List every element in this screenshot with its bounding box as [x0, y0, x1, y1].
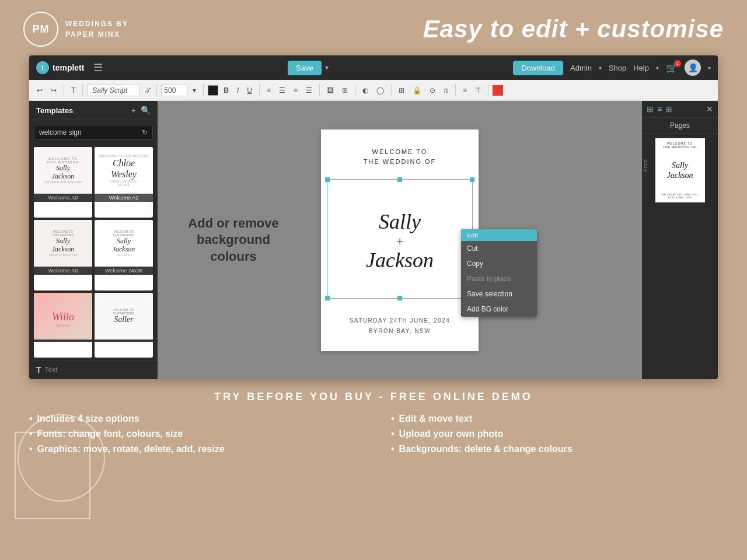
- refresh-icon[interactable]: ↻: [142, 128, 148, 136]
- italic-button[interactable]: I: [234, 85, 242, 96]
- bullet-1: •: [29, 414, 33, 424]
- stroke-button[interactable]: ◯: [374, 85, 387, 96]
- sep5: [259, 85, 260, 96]
- headline: Easy to edit + customise: [423, 15, 724, 43]
- underline-button[interactable]: U: [244, 85, 255, 96]
- handle-bm[interactable]: [397, 296, 402, 300]
- align-center-button[interactable]: ☰: [276, 85, 288, 96]
- handle-tr[interactable]: [470, 177, 474, 182]
- context-save-selection[interactable]: Save selection: [461, 286, 537, 302]
- red-swatch[interactable]: [493, 85, 503, 96]
- handle-tm[interactable]: [397, 177, 402, 182]
- font-name-input[interactable]: [87, 85, 139, 96]
- text-icon: T: [36, 365, 41, 374]
- list-item[interactable]: WELCOME TO OUR WEDDING ChloeWesley 594.0…: [95, 147, 153, 218]
- list-button[interactable]: ≡: [460, 85, 470, 96]
- color-swatch[interactable]: [208, 85, 218, 96]
- sep3: [156, 85, 157, 96]
- sidebar-header: Templates + 🔍: [29, 101, 158, 120]
- redo-button[interactable]: ↪: [48, 85, 60, 96]
- page-thumb-container: Front WELCOME TOTHE WEDDING OF SallyJack…: [642, 134, 718, 207]
- sep9: [455, 85, 456, 96]
- template-label-4: Welcome 24x36: [95, 267, 153, 275]
- user-avatar[interactable]: 👤: [685, 60, 701, 76]
- undo-button[interactable]: ↩: [34, 85, 46, 96]
- target-button[interactable]: ⊙: [427, 85, 438, 96]
- align-left-button[interactable]: ≡: [264, 85, 274, 96]
- context-cut[interactable]: Cut: [461, 241, 537, 256]
- handle-bl[interactable]: [325, 296, 330, 300]
- shape-button[interactable]: ◐: [359, 85, 371, 96]
- template-label-5: [34, 340, 92, 342]
- font-size-input[interactable]: [161, 85, 187, 96]
- list-item[interactable]: WELCOME TOOUR WEDDING SallyJackson 24 x …: [95, 220, 153, 290]
- help-link[interactable]: Help: [633, 64, 649, 72]
- stack-icon[interactable]: ≡: [657, 104, 662, 114]
- layers-icon[interactable]: ⊞: [647, 104, 654, 114]
- bullet-5: •: [391, 429, 395, 439]
- text-case-button[interactable]: T: [68, 85, 78, 96]
- cart-icon[interactable]: 🛒1: [666, 62, 678, 74]
- template-label-3: Welcome A0: [34, 267, 92, 275]
- add-template-icon[interactable]: +: [131, 106, 136, 115]
- sep7: [355, 85, 355, 96]
- indent-button[interactable]: ⊤: [472, 85, 484, 96]
- close-icon[interactable]: ✕: [706, 104, 713, 114]
- wedding-card[interactable]: WELCOME TOTHE WEDDING OF Sally + Jackson…: [321, 130, 479, 351]
- list-item[interactable]: WELCOME TOOUR WEDDING Saller: [95, 293, 153, 358]
- search-bar[interactable]: welcome sign ↻: [34, 125, 153, 140]
- list-item[interactable]: Willo 24 x 18 in: [34, 293, 92, 358]
- template-thumb-3: WELCOME TOOUR WEDDING SallyJackson 840.9…: [34, 220, 92, 267]
- feature-item-6: • Backgrounds: delete & change colours: [391, 444, 718, 454]
- align-right-button[interactable]: ≡: [291, 85, 301, 96]
- context-paste[interactable]: Paste in place: [461, 271, 537, 286]
- features-grid: • Includes 4 size options • Edit & move …: [29, 414, 718, 454]
- list-item[interactable]: WELCOME TOOUR WEDDING SallyJackson SATUR…: [34, 147, 92, 218]
- sep4: [203, 85, 204, 96]
- sep2: [82, 85, 83, 96]
- bg-label: Add or remove background colours: [175, 215, 292, 265]
- lock-button[interactable]: 🔒: [410, 85, 424, 96]
- user-dropdown[interactable]: ▾: [708, 65, 711, 71]
- shop-link[interactable]: Shop: [609, 64, 626, 72]
- context-add-bg[interactable]: Add BG color: [461, 302, 537, 317]
- template-thumb-4: WELCOME TOOUR WEDDING SallyJackson 24 x …: [95, 220, 153, 267]
- menu-icon[interactable]: ☰: [93, 61, 103, 74]
- crop-button[interactable]: ⊞: [339, 85, 351, 96]
- grid-button[interactable]: ⊞: [396, 85, 407, 96]
- try-before-cta: TRY BEFORE YOU BUY - FREE ONLINE DEMO: [29, 391, 718, 403]
- card-date: SATURDAY 24TH JUNE, 2024BYRON BAY, NSW: [350, 316, 451, 337]
- template-thumb-6: WELCOME TOOUR WEDDING Saller: [95, 293, 153, 340]
- admin-dropdown[interactable]: ▾: [599, 65, 602, 71]
- pi-button[interactable]: π: [441, 85, 451, 96]
- editor-toolbar: ↩ ↪ T 𝒯 ▾ B I U ≡ ☰ ≡ ☰ 🖼 ⊞ ◐ ◯ ⊞ 🔒 ⊙ π …: [29, 80, 718, 101]
- grid-view-icon[interactable]: ⊞: [665, 104, 672, 114]
- bold-button[interactable]: B: [221, 85, 232, 96]
- deco-rect: [15, 432, 90, 519]
- bottom-section: TRY BEFORE YOU BUY - FREE ONLINE DEMO • …: [0, 379, 747, 466]
- justify-button[interactable]: ☰: [303, 85, 315, 96]
- help-dropdown[interactable]: ▾: [656, 65, 659, 71]
- image-button[interactable]: 🖼: [324, 85, 337, 96]
- list-item[interactable]: WELCOME TOOUR WEDDING SallyJackson 840.9…: [34, 220, 92, 290]
- editor-body: Templates + 🔍 welcome sign ↻ WELCOME TOO…: [29, 101, 718, 379]
- context-copy[interactable]: Copy: [461, 256, 537, 271]
- logo-text: WEDDINGS BY PAPER MINX: [65, 19, 128, 40]
- feature-item-5: • Upload your own photo: [391, 429, 718, 439]
- sidebar-icons: + 🔍: [131, 106, 151, 115]
- download-button[interactable]: Download: [513, 61, 563, 75]
- nav-center: Save ▾: [288, 61, 329, 75]
- search-icon[interactable]: 🔍: [141, 106, 151, 115]
- handle-tl[interactable]: [325, 177, 330, 182]
- right-panel-icons: ⊞ ≡ ⊞: [647, 104, 672, 114]
- font-options-button[interactable]: 𝒯: [142, 85, 152, 96]
- size-dropdown[interactable]: ▾: [190, 85, 199, 96]
- app-name: templett: [53, 63, 84, 72]
- save-dropdown-icon[interactable]: ▾: [325, 64, 329, 72]
- sidebar-bottom: T Text: [29, 360, 158, 379]
- feature-item-4: • Edit & move text: [391, 414, 718, 424]
- admin-link[interactable]: Admin: [570, 64, 592, 72]
- page-thumb[interactable]: WELCOME TOTHE WEDDING OF SallyJackson SA…: [655, 138, 705, 202]
- save-button[interactable]: Save: [288, 61, 322, 75]
- sep6: [319, 85, 320, 96]
